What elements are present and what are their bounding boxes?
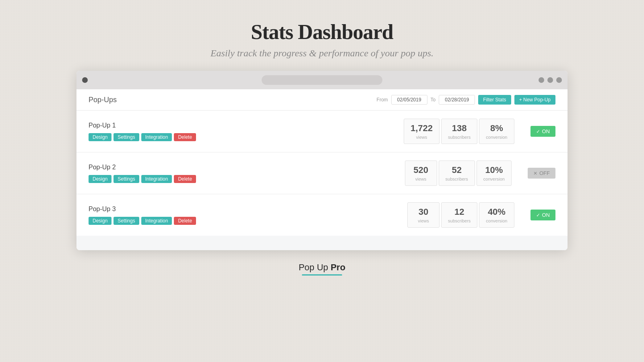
stat-conversion-value: 40% [486,207,507,217]
filter-stats-button[interactable]: Filter Stats [478,95,511,105]
page-subtitle: Easily track the progress & performance … [211,48,433,59]
page-header: Stats Dashboard Easily track the progres… [211,20,433,59]
stat-conversion-label: conversion [486,218,507,223]
stat-conversion-label: conversion [483,177,505,181]
popup-row: Pop-Up 3 Design Settings Integration Del… [76,194,568,236]
stat-views: 520 views [405,160,437,186]
toggle-button[interactable]: ✓ ON [530,210,556,220]
popup-name: Pop-Up 3 [89,206,407,213]
stat-conversion-value: 10% [483,165,505,175]
stat-conversion: 40% conversion [479,202,514,228]
stat-conversion-value: 8% [486,123,507,134]
stat-subscribers-value: 12 [448,207,471,217]
popup-actions: Design Settings Integration Delete [89,217,407,225]
check-icon: ✓ [536,212,540,218]
stat-views-label: views [412,177,430,181]
toggle-button[interactable]: ✕ OFF [528,168,555,179]
date-to-input[interactable] [439,95,475,105]
delete-button[interactable]: Delete [174,217,196,225]
stat-subscribers: 138 subscribers [441,119,477,144]
browser-dot-close [82,77,88,83]
popup-stats: 30 views 12 subscribers 40% conversion [407,202,514,228]
footer-brand-bold: Pro [330,262,345,272]
check-icon: ✓ [536,129,540,134]
settings-button[interactable]: Settings [114,133,139,141]
stat-views-value: 520 [412,165,430,175]
footer-brand: Pop Up Pro [299,262,345,273]
footer-underline [302,274,342,276]
popup-toggle: ✓ ON [530,210,556,220]
integration-button[interactable]: Integration [141,175,172,183]
popup-row: Pop-Up 1 Design Settings Integration Del… [76,111,568,152]
cross-icon: ✕ [533,171,537,176]
stat-subscribers-label: subscribers [446,177,468,181]
stat-subscribers: 52 subscribers [439,160,475,186]
design-button[interactable]: Design [89,133,111,141]
stat-views-label: views [411,135,433,140]
stat-subscribers-value: 52 [446,165,468,175]
to-label: To [431,97,436,103]
popup-name: Pop-Up 2 [89,164,405,171]
stat-conversion: 10% conversion [477,160,512,186]
stat-views-value: 1,722 [411,123,433,134]
popup-list: Pop-Up 1 Design Settings Integration Del… [76,111,568,236]
integration-button[interactable]: Integration [141,217,172,225]
browser-window: Pop-Ups From To Filter Stats + New Pop-U… [76,71,568,250]
popup-row: Pop-Up 2 Design Settings Integration Del… [76,152,568,194]
settings-button[interactable]: Settings [114,217,139,225]
toggle-label: OFF [539,170,550,176]
popup-stats: 520 views 52 subscribers 10% conversion [405,160,512,186]
popup-info: Pop-Up 1 Design Settings Integration Del… [89,122,404,141]
popup-info: Pop-Up 3 Design Settings Integration Del… [89,206,407,225]
header-controls: From To Filter Stats + New Pop-Up [377,95,555,105]
toggle-label: ON [542,212,550,218]
stat-subscribers-value: 138 [448,123,471,134]
popup-actions: Design Settings Integration Delete [89,133,404,141]
popup-name: Pop-Up 1 [89,122,404,129]
page-footer: Pop Up Pro [299,262,345,276]
stat-views-value: 30 [414,207,433,217]
toggle-button[interactable]: ✓ ON [530,126,556,137]
integration-button[interactable]: Integration [141,133,172,141]
popup-info: Pop-Up 2 Design Settings Integration Del… [89,164,405,183]
new-popup-button[interactable]: + New Pop-Up [514,95,555,105]
delete-button[interactable]: Delete [174,133,196,141]
browser-chrome [76,71,568,89]
stat-conversion: 8% conversion [479,119,514,144]
browser-dot-3 [556,77,562,83]
date-from-input[interactable] [391,95,427,105]
popup-toggle: ✓ ON [530,126,556,137]
stat-subscribers-label: subscribers [448,218,471,223]
delete-button[interactable]: Delete [174,175,196,183]
stat-views-label: views [414,218,433,223]
page-title: Stats Dashboard [211,20,433,44]
browser-dot-2 [547,77,553,83]
browser-dot-1 [539,77,544,83]
app-content: Pop-Ups From To Filter Stats + New Pop-U… [76,89,568,250]
stat-views: 1,722 views [404,119,440,144]
settings-button[interactable]: Settings [114,175,139,183]
footer-brand-plain: Pop Up [299,262,331,272]
popup-toggle: ✕ OFF [528,168,555,179]
popup-actions: Design Settings Integration Delete [89,175,405,183]
stat-subscribers: 12 subscribers [441,202,477,228]
toggle-label: ON [542,128,550,134]
app-header: Pop-Ups From To Filter Stats + New Pop-U… [76,89,568,111]
design-button[interactable]: Design [89,175,111,183]
popup-stats: 1,722 views 138 subscribers 8% conversio… [404,119,514,144]
design-button[interactable]: Design [89,217,111,225]
from-label: From [377,97,388,103]
stat-subscribers-label: subscribers [448,135,471,140]
section-title: Pop-Ups [89,96,117,104]
stat-conversion-label: conversion [486,135,507,140]
browser-dots-right [539,77,562,83]
browser-address-bar [262,75,382,85]
stat-views: 30 views [407,202,440,228]
